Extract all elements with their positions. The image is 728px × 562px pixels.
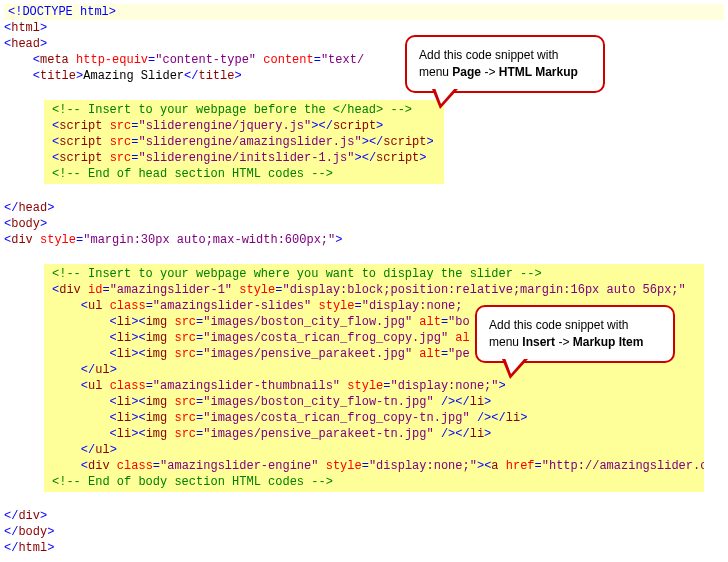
menu-name: Insert xyxy=(522,335,555,349)
code-line: </html> xyxy=(4,540,724,556)
code-line: </div> xyxy=(4,508,724,524)
code-line: <!DOCTYPE html> xyxy=(4,4,724,20)
code-line: </body> xyxy=(4,524,724,540)
code-line: </head> xyxy=(4,200,724,216)
bubble-tail-icon xyxy=(502,359,528,379)
code-viewer: <!DOCTYPE html> <html> <head> <meta http… xyxy=(0,0,728,560)
menu-item: HTML Markup xyxy=(499,65,578,79)
comment: <!-- End of body section HTML codes --> xyxy=(52,475,333,489)
comment: <!-- Insert to your webpage where you wa… xyxy=(52,267,542,281)
comment: <!-- End of head section HTML codes --> xyxy=(52,167,333,181)
code-line: <body> xyxy=(4,216,724,232)
body-snippet-block: <!-- Insert to your webpage where you wa… xyxy=(44,264,704,492)
bubble-tail-icon xyxy=(432,89,458,109)
code-line: <div style="margin:30px auto;max-width:6… xyxy=(4,232,724,248)
comment: <!-- Insert to your webpage before the <… xyxy=(52,103,412,117)
menu-name: Page xyxy=(452,65,481,79)
callout-body: Add this code snippet with menu Insert -… xyxy=(475,305,675,363)
code-line: <meta http-equiv="content-type" content=… xyxy=(4,52,724,68)
menu-item: Markup Item xyxy=(573,335,644,349)
head-snippet-block: <!-- Insert to your webpage before the <… xyxy=(44,100,444,184)
code-line: <html> xyxy=(4,20,724,36)
code-line: <head> xyxy=(4,36,724,52)
code-line: <title>Amazing Slider</title> xyxy=(4,68,724,84)
callout-head: Add this code snippet with menu Page -> … xyxy=(405,35,605,93)
doctype: <!DOCTYPE html> xyxy=(8,5,116,19)
